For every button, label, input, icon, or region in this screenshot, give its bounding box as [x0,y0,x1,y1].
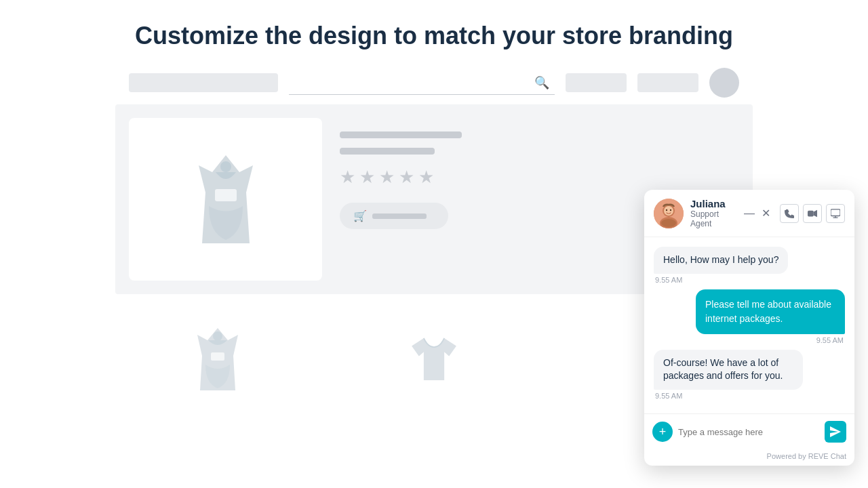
message-bubble-user-1: Please tell me about available internet … [696,289,845,334]
svg-rect-13 [831,209,840,216]
message-user-1: Please tell me about available internet … [654,289,845,344]
svg-rect-3 [211,352,224,361]
agent-name: Juliana [690,198,737,209]
message-bubble-agent-1: Hello, How may I help you? [654,247,788,274]
chat-header: Juliana Support Agent — ✕ [644,190,854,237]
nav-button-2 [637,73,698,92]
chat-input-area: + [644,413,854,449]
nav-button-1 [566,73,627,92]
star-1: ★ [340,167,355,188]
svg-rect-1 [215,189,237,201]
add-icon: + [659,425,667,439]
nav-search-mock: 🔍 [289,70,555,95]
svg-marker-12 [814,209,817,217]
dress-icon-small-1 [191,325,245,393]
svg-point-2 [213,331,222,341]
chat-send-button[interactable] [825,421,846,443]
svg-point-7 [664,206,673,216]
powered-by-text: Powered by REVE Chat [767,452,846,460]
chat-add-button[interactable]: + [652,422,673,442]
phone-icon-button[interactable] [780,204,799,223]
message-bubble-agent-2: Of-course! We have a lot of packages and… [654,350,803,390]
message-agent-1: Hello, How may I help you? 9.55 AM [654,247,845,284]
stars-row: ★ ★ ★ ★ ★ [340,167,732,188]
nav-logo-mock [129,73,278,92]
cart-icon: 🛒 [353,209,367,222]
page-title: Customize the design to match your store… [0,22,868,50]
message-agent-2: Of-course! We have a lot of packages and… [654,350,845,400]
chat-footer: Powered by REVE Chat [644,449,854,466]
close-icon[interactable]: ✕ [762,207,770,220]
agent-avatar [654,199,684,228]
cart-label-line [372,214,427,219]
tshirt-icon [407,332,461,386]
star-2: ★ [359,167,375,188]
page-title-area: Customize the design to match your store… [0,0,868,66]
add-to-cart-button[interactable]: 🛒 [340,203,448,229]
send-icon [830,426,841,437]
product-subtitle-line [340,148,435,155]
chat-header-icons: — ✕ [744,207,770,220]
svg-rect-11 [808,210,814,216]
product-card-1 [115,305,321,413]
collapse-icon[interactable]: — [744,207,755,220]
product-card-2 [332,305,537,413]
nav-bar-mock: 🔍 [115,66,753,99]
svg-point-10 [661,219,676,227]
message-time-1: 9.55 AM [655,276,682,284]
screen-share-icon-button[interactable] [826,204,845,223]
svg-marker-16 [830,426,841,437]
video-icon-button[interactable] [803,204,822,223]
star-3: ★ [379,167,395,188]
video-icon [808,209,817,218]
agent-avatar-svg [654,199,684,228]
chat-messages: Hello, How may I help you? 9.55 AM Pleas… [644,237,854,413]
dress-icon-large [185,152,267,247]
product-title-line [340,131,462,138]
svg-point-8 [666,209,667,210]
screen-share-icon [831,209,840,218]
phone-icon [785,209,794,218]
chat-message-input[interactable] [678,427,819,437]
svg-point-0 [220,161,231,172]
star-4: ★ [399,167,414,188]
product-card-large [129,118,322,281]
star-5: ★ [418,167,434,188]
search-icon: 🔍 [534,75,549,90]
message-time-agent-2: 9.55 AM [655,392,682,400]
svg-point-9 [670,209,671,210]
agent-info: Juliana Support Agent [690,198,737,228]
message-time-user-1: 9.55 AM [816,336,844,344]
nav-avatar [709,68,739,98]
chat-widget: Juliana Support Agent — ✕ Hello, How may… [644,190,854,466]
agent-role: Support Agent [690,209,737,228]
